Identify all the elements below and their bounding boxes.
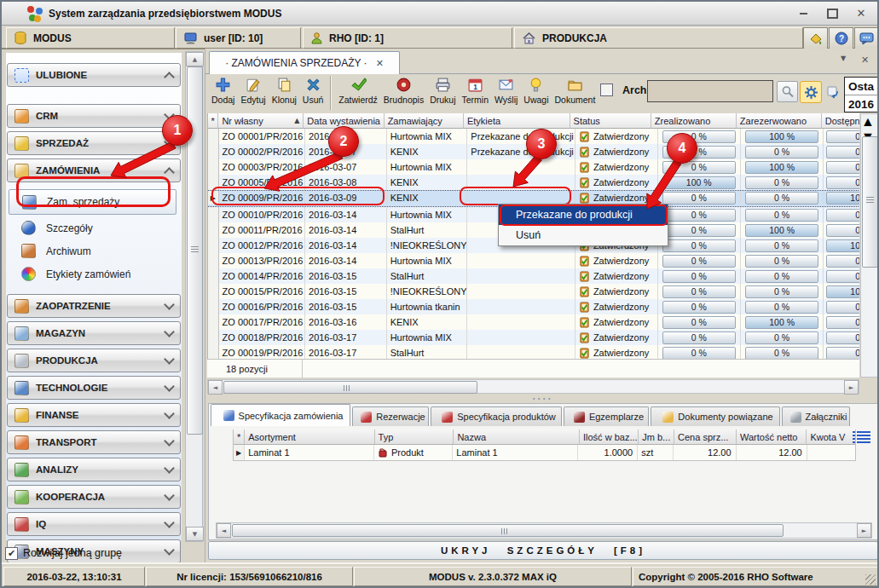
context-menu-item-usuń[interactable]: Usuń <box>499 225 668 245</box>
segment-context[interactable]: PRODUKCJA <box>514 27 803 49</box>
column-header-zamawiający[interactable]: Zamawiający <box>385 113 464 129</box>
orders-horizontal-scrollbar[interactable]: ◄ ► <box>207 379 859 394</box>
tab-close-icon[interactable]: ✕ <box>376 58 384 69</box>
settings-button[interactable] <box>800 81 822 103</box>
table-row[interactable]: ZO 00003/PR/20162016-03-07Hurtownia MIXZ… <box>208 159 859 175</box>
tabstrip-close-icon[interactable]: ✕ <box>861 55 869 66</box>
chat-button[interactable] <box>854 27 879 49</box>
expand-one-group-option[interactable]: ✔ Rozwijaj jedną grupę <box>5 545 184 562</box>
table-row[interactable]: ZO 00018/PR/20162016-03-17Hurtownia MIXZ… <box>208 330 859 345</box>
column-header-status[interactable]: Status <box>570 113 651 129</box>
sidebar-group-technologie[interactable]: TECHNOLOGIE <box>7 376 181 400</box>
theme-button[interactable] <box>803 27 828 49</box>
sidebar-item-etykiety-zamówień[interactable]: Etykiety zamówień <box>6 262 182 285</box>
column-header-nr-własny[interactable]: Nr własny▲ <box>218 113 304 129</box>
segment-user[interactable]: user [ID: 10] <box>176 27 301 49</box>
orders-hscroll-thumb[interactable] <box>223 381 477 394</box>
sidebar-item-zam-sprzedaży[interactable]: Zam. sprzedaży <box>9 189 176 215</box>
resize-grip[interactable] <box>865 574 876 585</box>
detail-column-ilość-w-baz[interactable]: Ilość w baz... <box>580 429 639 445</box>
toolbar-button-drukuj[interactable]: Drukuj <box>427 75 458 107</box>
detail-column-nazwa[interactable]: Nazwa <box>454 429 580 445</box>
detail-tab-dokumenty-powiązane[interactable]: Dokumenty powiązane <box>651 406 780 426</box>
sidebar-group-transport[interactable]: TRANSPORT <box>7 430 181 454</box>
orders-vscroll-thumb[interactable] <box>862 136 878 268</box>
column-chooser-icon[interactable] <box>857 431 870 443</box>
sidebar-group-produkcja[interactable]: PRODUKCJA <box>7 349 181 372</box>
toolbar-button-klonuj[interactable]: Klonuj <box>269 75 299 107</box>
detail-tab-załączniki[interactable]: Załączniki <box>782 406 850 426</box>
detail-tab-egzemplarze[interactable]: Egzemplarze <box>564 406 649 426</box>
hide-details-button[interactable]: UKRYJ SZCZEGÓŁY [F8] <box>208 541 878 560</box>
sidebar-item-archiwum[interactable]: Archiwum <box>6 239 182 262</box>
sidebar-group-zaopatrzenie[interactable]: ZAOPATRZENIE <box>7 294 181 318</box>
detail-tab-rezerwacje[interactable]: Rezerwacje <box>352 406 429 426</box>
scroll-right-icon[interactable]: ► <box>857 523 871 538</box>
column-header-dostępność[interactable]: Dostępność <box>822 113 859 129</box>
scroll-right-icon[interactable]: ► <box>844 380 859 395</box>
details-hscroll-thumb[interactable] <box>232 524 784 537</box>
toolbar-button-dodaj[interactable]: Dodaj <box>209 75 237 107</box>
detail-column-asortyment[interactable]: Asortyment <box>245 429 374 445</box>
close-button[interactable]: ✕ <box>852 7 870 20</box>
column-header-zarezerwowano[interactable]: Zarezerwowano <box>737 113 822 129</box>
table-row[interactable]: ZO 00015/PR/20162016-03-15!NIEOKREŚLONYZ… <box>208 284 859 299</box>
detail-column-typ[interactable]: Typ <box>375 429 454 445</box>
detail-tab-specyfikacja-zamówienia[interactable]: Specyfikacja zamówienia <box>211 404 350 426</box>
toolbar-button-wyślij[interactable]: Wyślij <box>492 75 520 107</box>
table-row[interactable]: ZO 00013/PR/20162016-03-14Hurtownia MIXZ… <box>208 253 859 268</box>
toolbar-button-uwagi[interactable]: Uwagi <box>521 75 551 107</box>
scroll-up-icon[interactable]: ▲ <box>861 114 875 129</box>
detail-tab-specyfikacja-produktów[interactable]: Specyfikacja produktów <box>431 406 562 426</box>
detail-column-wartość-netto[interactable]: Wartość netto <box>737 429 807 445</box>
detail-column-kwota-v[interactable]: Kwota V <box>807 429 856 445</box>
sidebar-item-szczegóły[interactable]: Szczegóły <box>6 216 182 239</box>
table-row[interactable]: ZO 00016/PR/20162016-03-15Hurtownia tkan… <box>208 299 859 314</box>
sidebar-group-analizy[interactable]: ANALIZY <box>7 458 181 481</box>
sidebar-group-zamówienia[interactable]: ZAMÓWIENIA <box>7 159 181 182</box>
sidebar-group-sprzedaż[interactable]: SPRZEDAŻ <box>7 131 181 155</box>
sidebar-group-finanse[interactable]: FINANSE <box>7 403 181 427</box>
sidebar-group-crm[interactable]: CRM <box>7 104 181 128</box>
toolbar-button-brudnopis[interactable]: Brudnopis <box>381 75 426 107</box>
expand-one-group-checkbox[interactable]: ✔ <box>5 547 18 560</box>
toolbar-button-usuń[interactable]: Usuń <box>300 75 327 107</box>
tab-zamowienia-sprzedazy[interactable]: · ZAMÓWIENIA SPRZEDAŻY · ✕ <box>209 51 400 74</box>
toolbar-button-zatwierdź[interactable]: Zatwierdź <box>336 75 380 107</box>
orders-vertical-scrollbar[interactable]: ▲ ▼ <box>860 113 878 378</box>
table-row[interactable]: ZO 00014/PR/20162016-03-15StalHurtZatwie… <box>208 268 859 284</box>
arch-filter[interactable]: Arch <box>600 84 646 96</box>
sidebar-group-magazyn[interactable]: MAGAZYN <box>7 321 181 345</box>
context-menu-item-przekazane-do-produkcji[interactable]: Przekazane do produkcji <box>499 205 668 225</box>
arch-checkbox[interactable] <box>600 84 613 96</box>
scroll-left-icon[interactable]: ◄ <box>217 523 231 538</box>
sidebar-group-iq[interactable]: IQ <box>7 512 181 536</box>
details-horizontal-scrollbar[interactable]: ◄ ► <box>216 522 872 539</box>
segment-company[interactable]: RHO [ID: 1] <box>303 27 512 49</box>
table-row[interactable]: ZO 00017/PR/20162016-03-16KENIXZatwierdz… <box>208 314 859 330</box>
table-row[interactable]: ZO 00005/PR/20162016-03-08KENIXZatwierdz… <box>208 175 859 190</box>
minimize-button[interactable] <box>794 7 812 20</box>
column-header-zrealizowano[interactable]: Zrealizowano <box>651 113 737 129</box>
scroll-left-icon[interactable]: ◄ <box>208 380 223 395</box>
sidebar-group-ulubione[interactable]: ULUBIONE <box>7 63 181 87</box>
help-button[interactable]: ? <box>829 27 853 49</box>
table-row[interactable]: ZO 00019/PR/20162016-03-17StalHurtZatwie… <box>208 345 859 359</box>
tabstrip-dropdown-icon[interactable]: ▼ <box>841 55 846 62</box>
detail-row[interactable]: ▶Laminat 1ProduktLaminat 11.0000szt12.00… <box>234 445 856 460</box>
search-button[interactable] <box>777 81 798 102</box>
scroll-up-icon[interactable]: ▲ <box>186 52 204 66</box>
sidebar-group-kooperacja[interactable]: KOOPERACJA <box>7 485 181 509</box>
detail-column-cena-sprz[interactable]: Cena sprz... <box>674 429 737 445</box>
segment-database[interactable]: MODUS <box>6 27 175 49</box>
column-header-etykieta[interactable]: Etykieta <box>464 113 570 129</box>
scroll-down-icon[interactable]: ▼ <box>186 527 204 541</box>
refresh-button[interactable] <box>824 83 842 101</box>
restore-button[interactable] <box>823 7 841 20</box>
panel-splitter[interactable]: ···· <box>207 395 878 403</box>
toolbar-button-dokument[interactable]: Dokument <box>552 75 599 107</box>
search-input[interactable] <box>647 80 773 102</box>
detail-column-jm-b[interactable]: Jm b... <box>639 429 674 445</box>
toolbar-button-edytuj[interactable]: Edytuj <box>238 75 268 107</box>
toolbar-button-termin[interactable]: 1Termin <box>459 75 491 107</box>
